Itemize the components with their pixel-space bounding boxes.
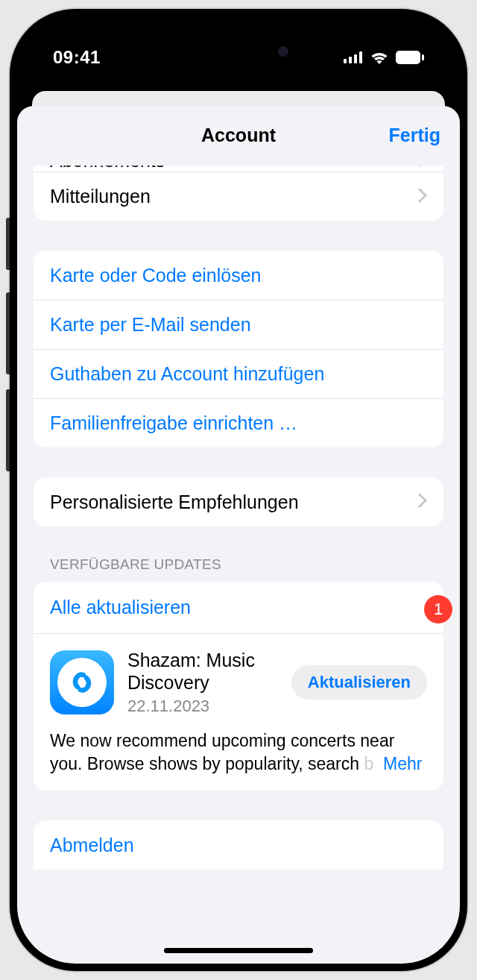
chevron-right-icon [418, 491, 427, 512]
svg-rect-5 [422, 54, 424, 60]
sheet-header: Account Fertig [17, 106, 460, 166]
family-sharing-label: Familienfreigabe einrichten … [50, 412, 297, 434]
notifications-row[interactable]: Mitteilungen [34, 172, 443, 221]
update-button[interactable]: Aktualisieren [291, 665, 427, 700]
updates-section-header: Verfügbare Updates [34, 556, 443, 582]
update-all-button[interactable]: Alle aktualisieren 1 [34, 582, 443, 633]
add-funds-label: Guthaben zu Account hinzufügen [50, 363, 324, 385]
personalized-row[interactable]: Personalisierte Empfehlungen [34, 477, 443, 527]
app-update-row[interactable]: Shazam: Music Discovery 22.11.2023 Aktua… [34, 633, 443, 791]
dynamic-island [172, 34, 305, 69]
svg-rect-3 [359, 51, 362, 63]
family-sharing-row[interactable]: Familienfreigabe einrichten … [34, 398, 443, 447]
shazam-app-icon [50, 650, 114, 714]
done-button[interactable]: Fertig [389, 125, 440, 146]
signout-button[interactable]: Abmelden [34, 820, 443, 870]
app-date: 22.11.2023 [127, 697, 278, 716]
signout-label: Abmelden [50, 835, 134, 856]
svg-rect-2 [354, 54, 357, 63]
redeem-label: Karte oder Code einlösen [50, 265, 262, 286]
status-icons [344, 51, 424, 64]
subscriptions-label: Abonnements [50, 166, 165, 172]
screen: 09:41 Account Fertig [17, 16, 460, 964]
home-indicator[interactable] [164, 948, 313, 953]
wifi-icon [370, 51, 388, 64]
redeem-row[interactable]: Karte oder Code einlösen [34, 251, 443, 300]
svg-rect-4 [396, 51, 420, 64]
status-time: 09:41 [53, 47, 101, 68]
content-scroll[interactable]: Abonnements Mitteilungen [17, 166, 460, 964]
battery-icon [396, 51, 424, 64]
page-title: Account [201, 125, 276, 146]
updates-group: Alle aktualisieren 1 [34, 582, 443, 791]
send-card-row[interactable]: Karte per E-Mail senden [34, 300, 443, 349]
app-name: Shazam: Music Discovery [127, 649, 278, 694]
account-sheet: Account Fertig Abonnements Mitteilu [17, 106, 460, 964]
update-count-badge: 1 [424, 595, 452, 624]
settings-group-3: Personalisierte Empfehlungen [34, 477, 443, 527]
send-card-label: Karte per E-Mail senden [50, 314, 251, 336]
update-all-label: Alle aktualisieren [50, 597, 191, 618]
cellular-icon [344, 51, 363, 63]
add-funds-row[interactable]: Guthaben zu Account hinzufügen [34, 349, 443, 398]
notifications-label: Mitteilungen [50, 186, 151, 207]
more-link[interactable]: Mehr [383, 754, 422, 773]
chevron-right-icon [418, 186, 427, 207]
signout-group: Abmelden [34, 820, 443, 870]
svg-rect-1 [349, 57, 352, 63]
settings-group-1: Abonnements Mitteilungen [34, 166, 443, 221]
svg-rect-0 [344, 59, 347, 63]
phone-frame: 09:41 Account Fertig [10, 9, 467, 971]
chevron-right-icon [418, 166, 427, 172]
personalized-label: Personalisierte Empfehlungen [50, 491, 299, 513]
settings-group-2: Karte oder Code einlösen Karte per E-Mai… [34, 251, 443, 447]
app-description: We now recommend upcoming concerts near … [50, 729, 427, 776]
